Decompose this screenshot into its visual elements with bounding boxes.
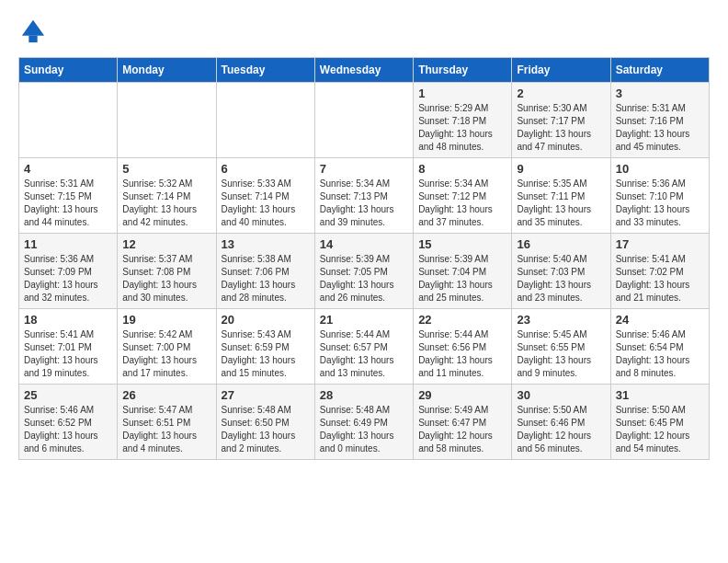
- calendar-cell: 8Sunrise: 5:34 AM Sunset: 7:12 PM Daylig…: [414, 158, 512, 234]
- day-info: Sunrise: 5:31 AM Sunset: 7:15 PM Dayligh…: [24, 178, 112, 229]
- day-info: Sunrise: 5:47 AM Sunset: 6:51 PM Dayligh…: [122, 404, 210, 455]
- day-number: 15: [418, 237, 506, 251]
- day-info: Sunrise: 5:48 AM Sunset: 6:50 PM Dayligh…: [222, 404, 310, 455]
- day-number: 1: [418, 86, 506, 100]
- day-number: 6: [222, 162, 310, 176]
- day-info: Sunrise: 5:40 AM Sunset: 7:03 PM Dayligh…: [517, 253, 605, 304]
- day-number: 10: [616, 162, 704, 176]
- calendar-cell: 31Sunrise: 5:50 AM Sunset: 6:45 PM Dayli…: [610, 385, 709, 460]
- calendar-cell: 22Sunrise: 5:44 AM Sunset: 6:56 PM Dayli…: [414, 309, 512, 385]
- day-number: 7: [320, 162, 408, 176]
- svg-rect-1: [28, 36, 37, 42]
- calendar-cell: 9Sunrise: 5:35 AM Sunset: 7:11 PM Daylig…: [512, 158, 610, 234]
- calendar-cell: 24Sunrise: 5:46 AM Sunset: 6:54 PM Dayli…: [610, 309, 709, 385]
- day-number: 23: [517, 313, 605, 327]
- weekday-header-monday: Monday: [118, 58, 216, 83]
- calendar-cell: 20Sunrise: 5:43 AM Sunset: 6:59 PM Dayli…: [216, 309, 314, 385]
- day-info: Sunrise: 5:37 AM Sunset: 7:08 PM Dayligh…: [122, 253, 210, 304]
- day-info: Sunrise: 5:38 AM Sunset: 7:06 PM Dayligh…: [222, 253, 310, 304]
- calendar-cell: 12Sunrise: 5:37 AM Sunset: 7:08 PM Dayli…: [118, 234, 216, 309]
- day-info: Sunrise: 5:48 AM Sunset: 6:49 PM Dayligh…: [320, 404, 408, 455]
- calendar-cell: 28Sunrise: 5:48 AM Sunset: 6:49 PM Dayli…: [314, 385, 413, 460]
- day-number: 13: [222, 237, 310, 251]
- calendar-cell: 6Sunrise: 5:33 AM Sunset: 7:14 PM Daylig…: [216, 158, 314, 234]
- svg-marker-0: [22, 20, 44, 36]
- day-info: Sunrise: 5:39 AM Sunset: 7:04 PM Dayligh…: [418, 253, 506, 304]
- calendar-cell: 25Sunrise: 5:46 AM Sunset: 6:52 PM Dayli…: [19, 385, 118, 460]
- day-number: 25: [24, 388, 112, 402]
- day-number: 19: [122, 313, 210, 327]
- day-number: 9: [517, 162, 605, 176]
- weekday-header-friday: Friday: [512, 58, 610, 83]
- calendar-cell: 2Sunrise: 5:30 AM Sunset: 7:17 PM Daylig…: [512, 83, 610, 158]
- day-number: 17: [616, 237, 704, 251]
- weekday-header-sunday: Sunday: [19, 58, 118, 83]
- day-number: 20: [222, 313, 310, 327]
- day-number: 16: [517, 237, 605, 251]
- day-number: 28: [320, 388, 408, 402]
- day-number: 2: [517, 86, 605, 100]
- day-info: Sunrise: 5:44 AM Sunset: 6:57 PM Dayligh…: [320, 328, 408, 380]
- calendar-cell: 11Sunrise: 5:36 AM Sunset: 7:09 PM Dayli…: [19, 234, 118, 309]
- day-info: Sunrise: 5:45 AM Sunset: 6:55 PM Dayligh…: [517, 328, 605, 380]
- calendar-cell: 13Sunrise: 5:38 AM Sunset: 7:06 PM Dayli…: [216, 234, 314, 309]
- day-number: 21: [320, 313, 408, 327]
- day-number: 22: [418, 313, 506, 327]
- day-info: Sunrise: 5:36 AM Sunset: 7:10 PM Dayligh…: [616, 178, 704, 229]
- day-info: Sunrise: 5:34 AM Sunset: 7:13 PM Dayligh…: [320, 178, 408, 229]
- day-info: Sunrise: 5:31 AM Sunset: 7:16 PM Dayligh…: [616, 102, 704, 154]
- calendar-cell: 30Sunrise: 5:50 AM Sunset: 6:46 PM Dayli…: [512, 385, 610, 460]
- day-info: Sunrise: 5:41 AM Sunset: 7:02 PM Dayligh…: [616, 253, 704, 304]
- calendar-cell: 7Sunrise: 5:34 AM Sunset: 7:13 PM Daylig…: [314, 158, 413, 234]
- day-info: Sunrise: 5:39 AM Sunset: 7:05 PM Dayligh…: [320, 253, 408, 304]
- calendar-table: SundayMondayTuesdayWednesdayThursdayFrid…: [18, 57, 710, 460]
- calendar-cell: [19, 83, 118, 158]
- calendar-cell: 17Sunrise: 5:41 AM Sunset: 7:02 PM Dayli…: [610, 234, 709, 309]
- day-info: Sunrise: 5:30 AM Sunset: 7:17 PM Dayligh…: [517, 102, 605, 154]
- day-number: 8: [418, 162, 506, 176]
- day-number: 24: [616, 313, 704, 327]
- day-number: 30: [517, 388, 605, 402]
- weekday-header-thursday: Thursday: [414, 58, 512, 83]
- day-info: Sunrise: 5:50 AM Sunset: 6:45 PM Dayligh…: [616, 404, 704, 455]
- day-number: 12: [122, 237, 210, 251]
- day-info: Sunrise: 5:49 AM Sunset: 6:47 PM Dayligh…: [418, 404, 506, 455]
- day-number: 5: [122, 162, 210, 176]
- day-info: Sunrise: 5:32 AM Sunset: 7:14 PM Dayligh…: [122, 178, 210, 229]
- calendar-cell: [216, 83, 314, 158]
- calendar-cell: 21Sunrise: 5:44 AM Sunset: 6:57 PM Dayli…: [314, 309, 413, 385]
- day-number: 3: [616, 86, 704, 100]
- page-header: [18, 18, 710, 48]
- day-info: Sunrise: 5:29 AM Sunset: 7:18 PM Dayligh…: [418, 102, 506, 154]
- day-number: 31: [616, 388, 704, 402]
- calendar-cell: 27Sunrise: 5:48 AM Sunset: 6:50 PM Dayli…: [216, 385, 314, 460]
- calendar-cell: 29Sunrise: 5:49 AM Sunset: 6:47 PM Dayli…: [414, 385, 512, 460]
- weekday-header-wednesday: Wednesday: [314, 58, 413, 83]
- day-number: 11: [24, 237, 112, 251]
- calendar-cell: 10Sunrise: 5:36 AM Sunset: 7:10 PM Dayli…: [610, 158, 709, 234]
- day-info: Sunrise: 5:43 AM Sunset: 6:59 PM Dayligh…: [222, 328, 310, 380]
- day-number: 4: [24, 162, 112, 176]
- calendar-cell: 16Sunrise: 5:40 AM Sunset: 7:03 PM Dayli…: [512, 234, 610, 309]
- day-info: Sunrise: 5:42 AM Sunset: 7:00 PM Dayligh…: [122, 328, 210, 380]
- day-info: Sunrise: 5:36 AM Sunset: 7:09 PM Dayligh…: [24, 253, 112, 304]
- day-info: Sunrise: 5:46 AM Sunset: 6:54 PM Dayligh…: [616, 328, 704, 380]
- calendar-cell: 4Sunrise: 5:31 AM Sunset: 7:15 PM Daylig…: [19, 158, 118, 234]
- day-info: Sunrise: 5:44 AM Sunset: 6:56 PM Dayligh…: [418, 328, 506, 380]
- day-number: 29: [418, 388, 506, 402]
- day-info: Sunrise: 5:50 AM Sunset: 6:46 PM Dayligh…: [517, 404, 605, 455]
- day-info: Sunrise: 5:34 AM Sunset: 7:12 PM Dayligh…: [418, 178, 506, 229]
- calendar-cell: 15Sunrise: 5:39 AM Sunset: 7:04 PM Dayli…: [414, 234, 512, 309]
- calendar-cell: [118, 83, 216, 158]
- weekday-header-saturday: Saturday: [610, 58, 709, 83]
- calendar-cell: 18Sunrise: 5:41 AM Sunset: 7:01 PM Dayli…: [19, 309, 118, 385]
- calendar-cell: 23Sunrise: 5:45 AM Sunset: 6:55 PM Dayli…: [512, 309, 610, 385]
- day-number: 27: [222, 388, 310, 402]
- weekday-header-tuesday: Tuesday: [216, 58, 314, 83]
- day-number: 14: [320, 237, 408, 251]
- calendar-cell: 14Sunrise: 5:39 AM Sunset: 7:05 PM Dayli…: [314, 234, 413, 309]
- calendar-cell: 19Sunrise: 5:42 AM Sunset: 7:00 PM Dayli…: [118, 309, 216, 385]
- calendar-cell: 1Sunrise: 5:29 AM Sunset: 7:18 PM Daylig…: [414, 83, 512, 158]
- day-info: Sunrise: 5:35 AM Sunset: 7:11 PM Dayligh…: [517, 178, 605, 229]
- calendar-cell: 5Sunrise: 5:32 AM Sunset: 7:14 PM Daylig…: [118, 158, 216, 234]
